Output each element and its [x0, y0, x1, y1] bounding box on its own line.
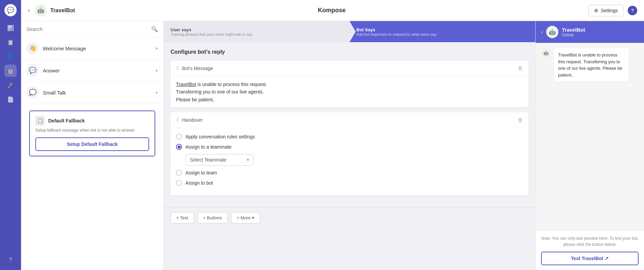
radio-bot-label: Assign to bot	[185, 180, 213, 186]
fallback-description: Setup fallback message when bot is not a…	[35, 128, 149, 133]
bots-message-card: ⠿ Bot's Message 🗑 TravelBot is unable to…	[171, 61, 529, 107]
settings-button[interactable]: ⚙ Settings	[588, 5, 624, 16]
nav-item-bot[interactable]: 🤖	[4, 65, 17, 77]
nav-item-contacts[interactable]: 👤	[4, 50, 17, 63]
bot-says-desc: Add bot responses to respond to what use…	[356, 32, 529, 36]
answer-chevron-icon: ▾	[156, 68, 158, 73]
message-text-line2: Transferring you to one of our live agen…	[176, 89, 264, 95]
center-content: User says Training phrases that your use…	[164, 21, 535, 270]
nav-item-campaigns[interactable]: 🚀	[4, 79, 17, 91]
add-more-button[interactable]: + More ▾	[231, 212, 260, 223]
radio-option-rules[interactable]: Apply conversation rules settings	[176, 134, 523, 140]
default-fallback-section: 📋 Default Fallback Setup fallback messag…	[29, 111, 155, 156]
small-talk-icon: 💭	[26, 86, 39, 99]
preview-message: 🤖 TravelBot is unable to process this re…	[541, 48, 639, 82]
preview-message-bubble: TravelBot is unable to process this requ…	[554, 48, 629, 82]
step-arrow-icon	[350, 21, 356, 42]
radio-teammate-btn[interactable]	[176, 144, 182, 150]
select-teammate-label: Select Teammate	[190, 157, 244, 163]
main-area: ‹ 🤖 TravelBot Kompose ⚙ Settings ? 🔍 👋 W…	[21, 0, 644, 270]
handover-drag-handle-icon[interactable]: ⠿	[176, 117, 179, 123]
radio-option-team[interactable]: Assign to team	[176, 170, 523, 176]
radio-team-btn[interactable]	[176, 170, 182, 176]
radio-rules-label: Apply conversation rules settings	[185, 134, 255, 139]
fallback-header: 📋 Default Fallback	[35, 116, 149, 125]
preview-bot-info: TravelBot Online	[562, 27, 639, 37]
bottom-toolbar: + Text + Buttons + More ▾	[164, 207, 535, 228]
user-says-desc: Training phrases that your users might a…	[171, 32, 343, 36]
message-content: TravelBot is unable to process this requ…	[171, 77, 529, 107]
sidebar: 🔍 👋 Welcome Message ▾ 💬 Answer ▾ 💭 Small…	[21, 21, 164, 270]
search-input[interactable]	[26, 26, 148, 32]
delete-icon[interactable]: 🗑	[518, 65, 523, 71]
welcome-chevron-icon: ▾	[156, 46, 158, 51]
test-bot-button[interactable]: Test TravelBot ↗	[541, 252, 639, 265]
search-box: 🔍	[21, 21, 163, 37]
answer-icon: 💬	[26, 64, 39, 77]
sidebar-item-answer[interactable]: 💬 Answer ▾	[21, 60, 163, 82]
configure-section: Configure bot's reply ⠿ Bot's Message 🗑 …	[164, 42, 535, 207]
radio-option-bot[interactable]: Assign to bot	[176, 180, 523, 186]
preview-bot-name: TravelBot	[562, 27, 639, 33]
bot-header: 🤖 TravelBot	[35, 4, 75, 17]
message-text-line1: is unable to process this request.	[197, 82, 267, 87]
bot-name: TravelBot	[50, 7, 75, 14]
preview-message-avatar-icon: 🤖	[541, 48, 551, 58]
sidebar-item-welcome[interactable]: 👋 Welcome Message ▾	[21, 37, 163, 60]
radio-option-teammate[interactable]: Assign to a teammate	[176, 144, 523, 150]
drag-handle-icon[interactable]: ⠿	[176, 66, 179, 71]
logo-icon: 💬	[7, 6, 14, 14]
handover-card-header: ⠿ Handover 🗑	[171, 112, 529, 128]
message-text-line3: Please be patient,	[176, 97, 214, 102]
select-teammate-dropdown[interactable]: Select Teammate ▾	[185, 154, 253, 166]
configure-title: Configure bot's reply	[171, 49, 529, 55]
preview-header: ‹ 🤖 TravelBot Online	[536, 21, 644, 43]
preview-note-area: Note: You can only see preview here. To …	[536, 230, 644, 270]
settings-label: Settings	[601, 8, 618, 13]
radio-bot-btn[interactable]	[176, 180, 182, 186]
fallback-icon: 📋	[35, 116, 45, 125]
preview-chat-area: 🤖 TravelBot is unable to process this re…	[536, 43, 644, 230]
content-row: 🔍 👋 Welcome Message ▾ 💬 Answer ▾ 💭 Small…	[21, 21, 644, 270]
handover-card: ⠿ Handover 🗑 Apply conversation rules se…	[171, 112, 529, 196]
handover-delete-icon[interactable]: 🗑	[518, 117, 523, 123]
setup-fallback-button[interactable]: Setup Default Fallback	[35, 137, 149, 151]
select-chevron-icon: ▾	[247, 157, 249, 162]
tab-bot-says[interactable]: Bot Says Add bot responses to respond to…	[350, 21, 535, 42]
sidebar-item-small-talk[interactable]: 💭 Small Talk ▾	[21, 82, 163, 104]
fallback-title: Default Fallback	[48, 118, 85, 123]
add-buttons-button[interactable]: + Buttons	[197, 212, 228, 223]
nav-item-inbox[interactable]: 📋	[4, 36, 17, 48]
nav-help-icon[interactable]: ?	[4, 254, 17, 266]
nav-item-reports[interactable]: 📄	[4, 93, 17, 105]
help-button[interactable]: ?	[628, 6, 637, 15]
bot-avatar-icon: 🤖	[35, 4, 47, 17]
top-bar: ‹ 🤖 TravelBot Kompose ⚙ Settings ?	[21, 0, 644, 21]
preview-back-icon[interactable]: ‹	[541, 29, 543, 35]
nav-item-analytics[interactable]: 📊	[4, 22, 17, 34]
settings-gear-icon: ⚙	[594, 8, 598, 13]
preview-bot-status: Online	[562, 33, 639, 37]
left-navigation: 💬 📊 📋 👤 🤖 🚀 📄 ?	[0, 0, 21, 270]
steps-header: User says Training phrases that your use…	[164, 21, 535, 42]
help-icon: ?	[631, 8, 634, 13]
page-title: Kompose	[75, 7, 588, 14]
card-header: ⠿ Bot's Message 🗑	[171, 61, 529, 77]
user-says-title: User says	[171, 27, 343, 32]
small-talk-chevron-icon: ▾	[156, 90, 158, 95]
radio-teammate-label: Assign to a teammate	[185, 144, 231, 150]
welcome-icon: 👋	[26, 42, 39, 54]
radio-rules-btn[interactable]	[176, 134, 182, 140]
bot-says-title: Bot Says	[356, 27, 529, 32]
message-link: TravelBot	[176, 82, 196, 87]
bots-message-title: Bot's Message	[182, 66, 515, 71]
sidebar-item-answer-label: Answer	[43, 68, 151, 73]
handover-options: Apply conversation rules settings Assign…	[171, 128, 529, 196]
back-button[interactable]: ‹	[28, 7, 30, 14]
handover-title: Handover	[182, 117, 515, 123]
tab-user-says[interactable]: User says Training phrases that your use…	[164, 21, 350, 42]
radio-team-label: Assign to team	[185, 170, 217, 175]
nav-logo[interactable]: 💬	[4, 4, 17, 16]
add-text-button[interactable]: + Text	[171, 212, 194, 223]
search-icon: 🔍	[151, 26, 158, 32]
